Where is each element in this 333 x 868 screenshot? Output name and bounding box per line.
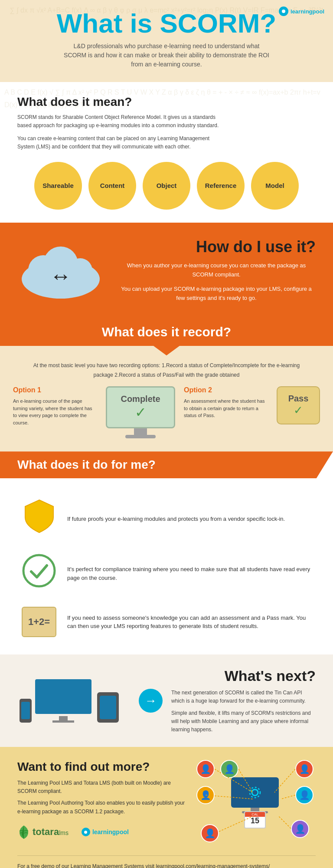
- benefit1-row: If future proofs your e-learning modules…: [0, 491, 333, 547]
- record-section: f(x) ∑ ∫ π Δ x² y² P Q R S T α β γ δ = +…: [0, 318, 333, 451]
- header-title: What is SCORM?: [17, 9, 316, 38]
- totara-label: totaralms: [33, 826, 69, 838]
- cloud-svg: ↔: [17, 238, 104, 299]
- svg-line-10: [274, 769, 295, 792]
- svg-line-11: [281, 795, 295, 799]
- svg-line-12: [279, 816, 291, 829]
- svg-line-9: [238, 769, 253, 792]
- header-subtitle: L&D professionals who purchase e-learnin…: [62, 42, 271, 69]
- cloud-graphic: ↔: [17, 238, 104, 303]
- findout-footer-text: For a free demo of our Learning Manageme…: [17, 862, 316, 868]
- howuse-title: How do I use it?: [117, 238, 316, 256]
- devices-graphic: [17, 679, 130, 723]
- network-lines: [196, 760, 313, 847]
- findout-right: CAL 15 👤 👤 👤 👤 👤 👤 👤: [194, 760, 316, 847]
- findout-title: Want to find out more?: [17, 760, 186, 774]
- tablet-screen: [100, 696, 116, 719]
- circle-shareable: Shareable: [34, 162, 82, 210]
- benefit1-text: If future proofs your e-learning modules…: [67, 515, 311, 523]
- benefit2-row: It's perfect for compliance training whe…: [0, 547, 333, 600]
- desktop-stand: [59, 716, 68, 720]
- doforme-banner: What does it do for me?: [0, 451, 333, 478]
- record-desc: At the most basic level you have two rec…: [26, 361, 307, 380]
- howuse-desc1: When you author your e-learning course y…: [117, 261, 316, 279]
- header-section: learningpool ∑ ∫ dx π √x² A+B=C f(x) Δ ∞…: [0, 0, 333, 82]
- record-banner: What does it record?: [0, 318, 333, 346]
- record-heading: What does it record?: [17, 325, 316, 339]
- whatsnext-content: What's next? The next generation of SCOR…: [171, 667, 316, 734]
- circle-reference: Reference: [197, 162, 245, 210]
- findout-text1: The Learning Pool LMS and Totara LMS (bo…: [17, 779, 186, 796]
- option2-text: An assessment where the student has to o…: [184, 398, 268, 419]
- phone-device: [20, 699, 32, 723]
- arrow-circle-icon: →: [139, 689, 163, 713]
- circle-object: Object: [143, 162, 190, 210]
- benefit3-row: 1+2= If you need to assess someone's kno…: [0, 600, 333, 644]
- monitor-complete-text: Complete: [116, 394, 165, 404]
- meaning-para1: SCORM stands for Sharable Content Object…: [17, 113, 225, 130]
- options-row: Option 1 An e-learning course of the pag…: [0, 386, 333, 438]
- findout-text2: The Learning Pool Authoring Tool also en…: [17, 799, 186, 815]
- lp-logo-circle: [82, 828, 90, 836]
- circle-model: Model: [251, 162, 299, 210]
- option2-block: Option 2 An assessment where the student…: [184, 386, 268, 419]
- doforme-section: What does it do for me? If future proofs…: [0, 451, 333, 654]
- totara-logo: totaralms: [17, 825, 69, 840]
- lp-label-text: learningpool: [92, 829, 129, 835]
- monitor-base: [125, 435, 156, 438]
- tablet-device: [97, 692, 119, 723]
- monitor-graphic: Complete ✓: [106, 386, 175, 438]
- totara-leaf-icon: [17, 825, 30, 840]
- option2-title: Option 2: [184, 386, 268, 394]
- whatsnext-title: What's next?: [171, 667, 316, 684]
- findout-footer: For a free demo of our Learning Manageme…: [17, 855, 316, 868]
- lp-logo-findout: learningpool: [82, 828, 129, 836]
- pass-graphic: Pass ✓: [277, 386, 320, 424]
- desktop-screen: [35, 679, 91, 714]
- header-logo-text: learningpool: [291, 8, 324, 15]
- meaning-para2: You can create e-learning content that c…: [17, 135, 225, 151]
- findout-content: Want to find out more? The Learning Pool…: [17, 760, 316, 847]
- benefit3-text: If you need to assess someone's knowledg…: [67, 614, 311, 631]
- howuse-desc2: You can upload your SCORM e-learning pac…: [117, 285, 316, 303]
- option1-title: Option 1: [13, 386, 97, 394]
- whatsnext-section: → What's next? The next generation of SC…: [0, 654, 333, 747]
- svg-text:↔: ↔: [50, 264, 72, 288]
- logo-top: learningpool: [279, 7, 324, 16]
- desktop-base: [52, 720, 74, 723]
- phone-screen: [21, 702, 30, 719]
- benefit2-text: It's perfect for compliance training whe…: [67, 565, 311, 582]
- network-graphic: CAL 15 👤 👤 👤 👤 👤 👤 👤: [196, 760, 313, 847]
- svg-line-13: [219, 816, 253, 832]
- doforme-heading: What does it do for me?: [17, 458, 316, 472]
- shield-icon: [22, 498, 56, 540]
- monitor-stand: [134, 428, 147, 435]
- meaning-section: A B C D E f(x) √ ∑ ∫ π Δ x² y² P Q R S T…: [0, 82, 333, 223]
- logos-row: totaralms learningpool: [17, 825, 186, 840]
- check-circle-icon: [22, 553, 56, 594]
- pass-text: Pass: [282, 394, 315, 404]
- monitor-checkmark: ✓: [116, 404, 165, 421]
- howuse-text-block: How do I use it? When you author your e-…: [117, 238, 316, 302]
- option1-text: An e-learning course of the page turning…: [13, 398, 97, 426]
- monitor-box: Complete ✓: [106, 386, 175, 428]
- findout-left: Want to find out more? The Learning Pool…: [17, 760, 186, 840]
- acronym-circles-container: Shareable Content Object Reference Model: [17, 162, 316, 210]
- svg-point-3: [68, 258, 92, 283]
- findout-section: Want to find out more? The Learning Pool…: [0, 747, 333, 868]
- circle-content: Content: [88, 162, 136, 210]
- pass-checkmark: ✓: [282, 404, 315, 417]
- pass-card: Pass ✓: [277, 386, 320, 424]
- svg-line-14: [206, 795, 253, 799]
- option1-block: Option 1 An e-learning course of the pag…: [13, 386, 97, 426]
- math-box-icon: 1+2=: [22, 607, 56, 637]
- svg-line-8: [215, 769, 253, 792]
- meaning-heading: What does it mean?: [17, 95, 316, 109]
- math-label: 1+2=: [22, 607, 56, 637]
- whatsnext-desc2: Simple and flexible, it lifts many of SC…: [171, 709, 316, 734]
- svg-point-5: [23, 555, 55, 586]
- lp-logo-icon: [279, 7, 288, 16]
- whatsnext-desc1: The next generation of SCORM is called t…: [171, 689, 316, 705]
- howuse-section: ↔ How do I use it? When you author your …: [0, 223, 333, 318]
- desktop-device: [35, 679, 91, 723]
